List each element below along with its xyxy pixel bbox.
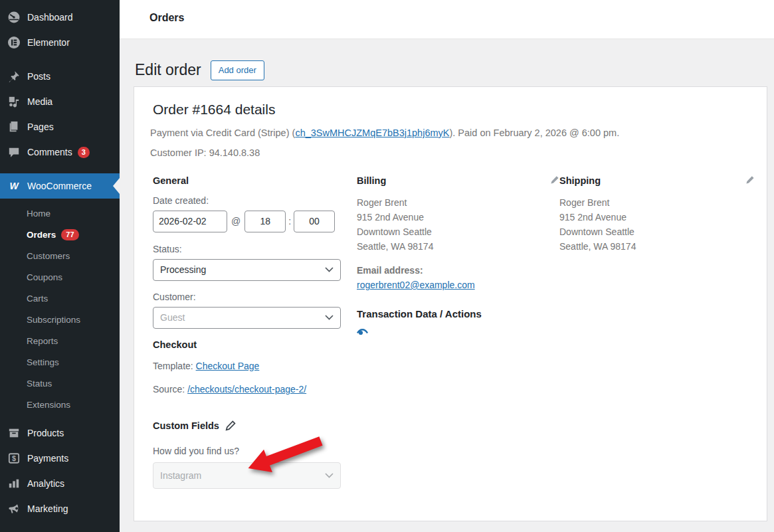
- billing-address: Roger Brent 915 2nd Avenue Downtown Seat…: [357, 195, 559, 254]
- address-line: 915 2nd Avenue: [357, 210, 559, 224]
- customer-select-placeholder: Guest: [160, 312, 185, 323]
- media-icon: [7, 95, 21, 108]
- sidebar-item-pages[interactable]: Pages: [0, 114, 120, 139]
- svg-text:$: $: [12, 454, 16, 462]
- edit-billing-button[interactable]: [549, 175, 559, 185]
- marketing-icon: [7, 502, 21, 515]
- shipping-heading: Shipping: [559, 175, 601, 186]
- analytics-icon: [7, 477, 21, 490]
- date-created-row: @ :: [153, 211, 357, 232]
- payment-info-prefix: Payment via Credit Card (Stripe) (: [150, 128, 295, 138]
- chevron-down-icon: [325, 267, 334, 272]
- submenu-item-coupons[interactable]: Coupons: [0, 266, 120, 288]
- topbar-title: Orders: [149, 12, 184, 24]
- address-line: 915 2nd Avenue: [559, 210, 755, 224]
- email-address-label: Email address:: [357, 265, 559, 276]
- view-transaction-button[interactable]: [357, 327, 368, 336]
- submenu-item-extensions[interactable]: Extensions: [0, 394, 120, 415]
- sidebar-item-label: WooCommerce: [27, 181, 92, 191]
- sidebar-item-media[interactable]: Media: [0, 89, 120, 114]
- sidebar-item-elementor[interactable]: Elementor: [0, 30, 120, 55]
- date-created-input[interactable]: [153, 211, 227, 232]
- submenu-item-label: Reports: [27, 336, 58, 346]
- svg-text:W: W: [9, 181, 19, 191]
- transaction-data-heading: Transaction Data / Actions: [357, 308, 559, 319]
- submenu-item-subscriptions[interactable]: Subscriptions: [0, 309, 120, 330]
- checkout-heading: Checkout: [153, 339, 357, 350]
- submenu-item-label: Subscriptions: [27, 315, 80, 325]
- submenu-item-status[interactable]: Status: [0, 373, 120, 394]
- customer-label: Customer:: [153, 292, 357, 302]
- hour-input[interactable]: [244, 211, 286, 232]
- checkout-template-link[interactable]: Checkout Page: [196, 361, 260, 371]
- edit-custom-fields-button[interactable]: [225, 420, 236, 432]
- custom-fields-heading: Custom Fields: [153, 420, 219, 431]
- products-icon: [7, 426, 21, 440]
- submenu-item-label: Coupons: [27, 272, 62, 282]
- submenu-item-reports[interactable]: Reports: [0, 330, 120, 351]
- submenu-item-label: Carts: [27, 294, 48, 304]
- sidebar-item-label: Marketing: [27, 503, 68, 514]
- add-order-button[interactable]: Add order: [211, 60, 264, 80]
- custom-field-value: Instagram: [160, 470, 201, 481]
- sidebar-item-label: Analytics: [27, 478, 64, 489]
- address-line: Seattle, WA 98174: [559, 239, 755, 254]
- edit-shipping-button[interactable]: [745, 175, 755, 185]
- admin-app: Dashboard Elementor Posts Media Pa: [0, 0, 774, 532]
- sidebar-item-dashboard[interactable]: Dashboard: [0, 5, 120, 30]
- content-area: Edit order Add order Order #1664 details…: [120, 39, 774, 532]
- custom-field-select-wrap: Instagram: [153, 462, 341, 489]
- active-menu-arrow-icon: [113, 178, 120, 194]
- sidebar-item-payments[interactable]: $ Payments: [0, 446, 120, 471]
- source-label: Source:: [153, 384, 185, 395]
- checkout-source-link[interactable]: /checkouts/checkout-page-2/: [187, 384, 306, 395]
- sidebar-item-label: Pages: [27, 122, 54, 132]
- transaction-id-link[interactable]: ch_3SwMHCJZMqE7bB3j1phj6myK: [295, 128, 449, 138]
- payment-info-suffix: ). Paid on February 2, 2026 @ 6:00 pm.: [449, 128, 619, 138]
- sidebar-item-label: Posts: [27, 71, 50, 82]
- custom-fields-heading-row: Custom Fields: [153, 420, 357, 432]
- pages-icon: [7, 120, 21, 133]
- checkout-template-line: Template: Checkout Page: [153, 361, 357, 371]
- customer-ip-label: Customer IP:: [150, 147, 207, 158]
- submenu-item-orders[interactable]: Orders 77: [0, 224, 120, 245]
- submenu-item-label: Extensions: [27, 400, 70, 410]
- submenu-item-label: Settings: [27, 357, 59, 367]
- sidebar-item-posts[interactable]: Posts: [0, 64, 120, 89]
- sidebar-item-label: Dashboard: [27, 12, 73, 23]
- how-did-you-find-us-select[interactable]: Instagram: [153, 462, 341, 489]
- payments-icon: $: [7, 452, 21, 465]
- pencil-icon: [225, 424, 236, 434]
- sidebar-item-woocommerce[interactable]: W WooCommerce: [0, 173, 120, 199]
- sidebar-item-comments[interactable]: Comments 3: [0, 139, 120, 165]
- customer-ip-value: 94.140.8.38: [209, 147, 260, 158]
- submenu-item-label: Status: [27, 379, 52, 389]
- shipping-heading-row: Shipping: [559, 175, 755, 186]
- billing-heading-row: Billing: [357, 175, 559, 186]
- sidebar-item-analytics[interactable]: Analytics: [0, 471, 120, 496]
- woocommerce-submenu: Home Orders 77 Customers Coupons Carts S…: [0, 199, 120, 420]
- sidebar-item-label: Payments: [27, 453, 68, 464]
- submenu-item-settings[interactable]: Settings: [0, 351, 120, 373]
- template-label: Template:: [153, 361, 193, 371]
- status-select-value: Processing: [160, 264, 206, 275]
- sidebar-item-products[interactable]: Products: [0, 420, 120, 446]
- submenu-item-carts[interactable]: Carts: [0, 288, 120, 309]
- address-line: Seattle, WA 98174: [357, 239, 559, 254]
- submenu-item-label: Orders: [27, 230, 56, 240]
- status-select[interactable]: Processing: [153, 259, 341, 281]
- customer-select[interactable]: Guest: [153, 307, 341, 329]
- billing-email-link[interactable]: rogerbrent02@example.com: [357, 280, 475, 290]
- page-title: Edit order: [135, 60, 201, 80]
- page-header: Edit order Add order: [120, 39, 774, 86]
- date-created-label: Date created:: [153, 195, 357, 206]
- billing-heading: Billing: [357, 175, 386, 186]
- submenu-item-home[interactable]: Home: [0, 203, 120, 224]
- time-colon-separator: :: [288, 216, 291, 226]
- order-title: Order #1664 details: [153, 102, 751, 118]
- minute-input[interactable]: [294, 211, 335, 232]
- how-did-you-find-us-label: How did you find us?: [153, 446, 357, 456]
- submenu-item-customers[interactable]: Customers: [0, 245, 120, 266]
- elementor-icon: [7, 36, 21, 49]
- sidebar-item-marketing[interactable]: Marketing: [0, 496, 120, 521]
